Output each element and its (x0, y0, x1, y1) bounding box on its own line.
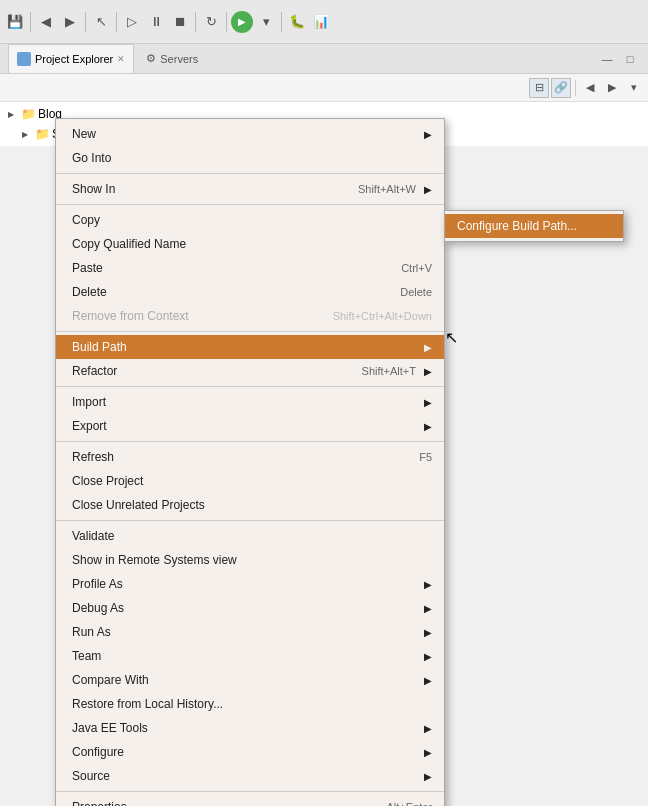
tab-project-explorer[interactable]: Project Explorer ✕ (8, 44, 134, 73)
menu-arrow-compare-with: ▶ (424, 675, 432, 686)
toolbar-icon-play[interactable]: ▷ (121, 11, 143, 33)
toolbar-sep-4 (195, 12, 196, 32)
submenu-build-path: Configure Build Path... (444, 210, 624, 242)
toolbar-sep-6 (281, 12, 282, 32)
menu-label-java-ee-tools: Java EE Tools (72, 721, 416, 735)
menu-label-compare-with: Compare With (72, 673, 416, 687)
panel-toolbar: ⊟ 🔗 ◀ ▶ ▾ (0, 74, 648, 102)
toolbar-icon-profile[interactable]: 📊 (310, 11, 332, 33)
tab-servers[interactable]: ⚙ Servers (138, 44, 206, 73)
panel-minimize-btn[interactable]: — (597, 49, 617, 69)
menu-arrow-configure: ▶ (424, 747, 432, 758)
menu-sep-4 (56, 386, 444, 387)
back-nav-btn[interactable]: ◀ (580, 78, 600, 98)
menu-item-java-ee-tools[interactable]: Java EE Tools ▶ (56, 716, 444, 740)
menu-item-run-as[interactable]: Run As ▶ (56, 620, 444, 644)
menu-label-remove-context: Remove from Context (72, 309, 313, 323)
project-explorer-icon (17, 52, 31, 66)
link-with-editor-btn[interactable]: 🔗 (551, 78, 571, 98)
menu-label-export: Export (72, 419, 416, 433)
toolbar-sep-2 (85, 12, 86, 32)
menu-item-close-project[interactable]: Close Project (56, 469, 444, 493)
menu-label-show-in: Show In (72, 182, 338, 196)
menu-item-properties[interactable]: Properties Alt+Enter (56, 795, 444, 806)
menu-item-new[interactable]: New ▶ (56, 122, 444, 146)
menu-arrow-show-in: ▶ (424, 184, 432, 195)
submenu-label-configure-build-path: Configure Build Path... (457, 219, 577, 233)
menu-sep-1 (56, 173, 444, 174)
menu-item-profile-as[interactable]: Profile As ▶ (56, 572, 444, 596)
menu-item-import[interactable]: Import ▶ (56, 390, 444, 414)
toolbar-run-button[interactable]: ▶ (231, 11, 253, 33)
folder-icon-se: 📁 (35, 127, 49, 141)
panel-maximize-btn[interactable]: □ (620, 49, 640, 69)
menu-arrow-new: ▶ (424, 129, 432, 140)
tree-arrow-se: ▶ (22, 130, 32, 139)
menu-label-team: Team (72, 649, 416, 663)
toolbar-run-dropdown[interactable]: ▾ (255, 11, 277, 33)
main-toolbar: 💾 ◀ ▶ ↖ ▷ ⏸ ⏹ ↻ ▶ ▾ 🐛 📊 (0, 0, 648, 44)
menu-shortcut-delete: Delete (400, 286, 432, 298)
menu-sep-6 (56, 520, 444, 521)
toolbar-icon-stop[interactable]: ⏹ (169, 11, 191, 33)
menu-label-build-path: Build Path (72, 340, 416, 354)
menu-item-configure[interactable]: Configure ▶ (56, 740, 444, 764)
menu-arrow-team: ▶ (424, 651, 432, 662)
menu-label-refresh: Refresh (72, 450, 399, 464)
tab-servers-label: Servers (160, 53, 198, 65)
menu-item-validate[interactable]: Validate (56, 524, 444, 548)
menu-arrow-profile-as: ▶ (424, 579, 432, 590)
menu-arrow-run-as: ▶ (424, 627, 432, 638)
panel-header: Project Explorer ✕ ⚙ Servers — □ (0, 44, 648, 74)
menu-shortcut-remove-context: Shift+Ctrl+Alt+Down (333, 310, 432, 322)
toolbar-icon-sync[interactable]: ↻ (200, 11, 222, 33)
menu-item-refactor[interactable]: Refactor Shift+Alt+T ▶ (56, 359, 444, 383)
menu-item-show-in[interactable]: Show In Shift+Alt+W ▶ (56, 177, 444, 201)
menu-item-source[interactable]: Source ▶ (56, 764, 444, 788)
menu-item-show-remote[interactable]: Show in Remote Systems view (56, 548, 444, 572)
menu-shortcut-paste: Ctrl+V (401, 262, 432, 274)
menu-label-properties: Properties (72, 800, 366, 806)
tab-explorer-close[interactable]: ✕ (117, 54, 125, 64)
menu-item-remove-context: Remove from Context Shift+Ctrl+Alt+Down (56, 304, 444, 328)
menu-item-refresh[interactable]: Refresh F5 (56, 445, 444, 469)
menu-arrow-java-ee-tools: ▶ (424, 723, 432, 734)
menu-item-go-into[interactable]: Go Into (56, 146, 444, 170)
menu-item-team[interactable]: Team ▶ (56, 644, 444, 668)
menu-item-restore-history[interactable]: Restore from Local History... (56, 692, 444, 716)
menu-label-show-remote: Show in Remote Systems view (72, 553, 432, 567)
menu-arrow-import: ▶ (424, 397, 432, 408)
menu-label-debug-as: Debug As (72, 601, 416, 615)
menu-item-compare-with[interactable]: Compare With ▶ (56, 668, 444, 692)
menu-label-go-into: Go Into (72, 151, 432, 165)
toolbar-icon-forward[interactable]: ▶ (59, 11, 81, 33)
menu-item-copy-qualified[interactable]: Copy Qualified Name (56, 232, 444, 256)
toolbar-icon-cursor[interactable]: ↖ (90, 11, 112, 33)
menu-item-export[interactable]: Export ▶ (56, 414, 444, 438)
menu-item-debug-as[interactable]: Debug As ▶ (56, 596, 444, 620)
panel-toolbar-sep (575, 80, 576, 96)
menu-label-delete: Delete (72, 285, 380, 299)
menu-arrow-refactor: ▶ (424, 366, 432, 377)
menu-label-new: New (72, 127, 416, 141)
tab-explorer-label: Project Explorer (35, 53, 113, 65)
menu-label-run-as: Run As (72, 625, 416, 639)
menu-item-build-path[interactable]: Build Path ▶ (56, 335, 444, 359)
menu-item-close-unrelated[interactable]: Close Unrelated Projects (56, 493, 444, 517)
collapse-all-btn[interactable]: ⊟ (529, 78, 549, 98)
submenu-item-configure-build-path[interactable]: Configure Build Path... (445, 214, 623, 238)
forward-nav-btn[interactable]: ▶ (602, 78, 622, 98)
context-menu: New ▶ Go Into Show In Shift+Alt+W ▶ Copy… (55, 118, 445, 806)
menu-item-delete[interactable]: Delete Delete (56, 280, 444, 304)
menu-item-copy[interactable]: Copy (56, 208, 444, 232)
menu-arrow-debug-as: ▶ (424, 603, 432, 614)
toolbar-icon-back[interactable]: ◀ (35, 11, 57, 33)
menu-item-paste[interactable]: Paste Ctrl+V (56, 256, 444, 280)
menu-arrow-export: ▶ (424, 421, 432, 432)
panel-menu-btn[interactable]: ▾ (624, 78, 644, 98)
toolbar-icon-debug[interactable]: 🐛 (286, 11, 308, 33)
menu-label-source: Source (72, 769, 416, 783)
toolbar-icon-save[interactable]: 💾 (4, 11, 26, 33)
cursor: ↖ (445, 328, 458, 347)
toolbar-icon-pause[interactable]: ⏸ (145, 11, 167, 33)
